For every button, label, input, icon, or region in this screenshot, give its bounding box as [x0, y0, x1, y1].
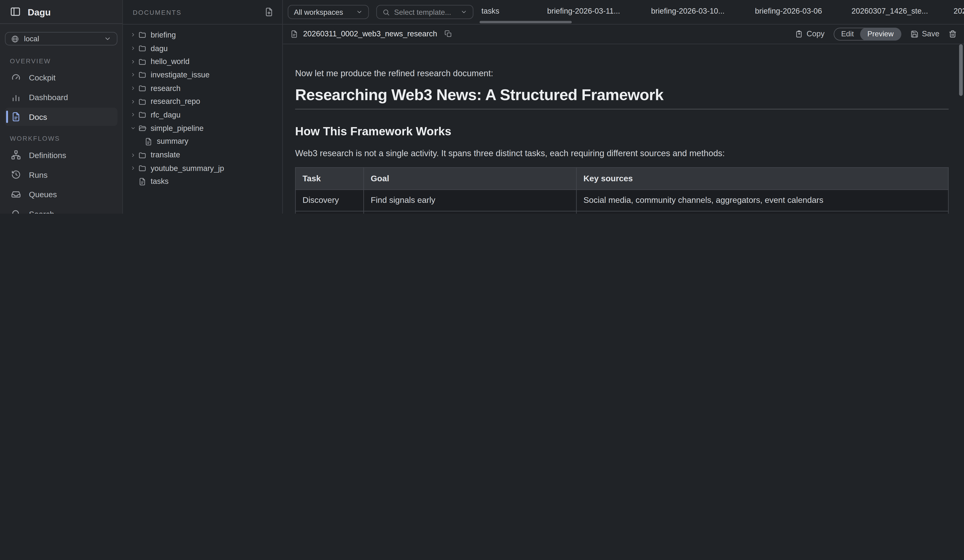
inbox-icon	[11, 189, 21, 199]
tree-item-tasks[interactable]: tasks	[123, 175, 282, 188]
toolbar-actions: Copy Edit Preview Save	[795, 28, 957, 40]
trash-icon[interactable]	[949, 30, 957, 38]
sidebar-item-runs[interactable]: Runs	[5, 165, 117, 184]
sidebar-item-dashboard[interactable]: Dashboard	[5, 88, 117, 106]
tree-item-translate[interactable]: translate	[123, 148, 282, 161]
folder-open-icon	[138, 124, 147, 132]
folder-icon	[138, 44, 147, 52]
copy-icon[interactable]	[445, 30, 452, 37]
chevron-down-icon	[104, 35, 111, 42]
tree-item-research[interactable]: research	[123, 81, 282, 95]
tree-item-label: summary	[157, 137, 188, 146]
folder-icon	[138, 71, 147, 79]
chevron-right-icon	[130, 59, 136, 65]
document-h1: Researching Web3 News: A Structured Fram…	[295, 86, 949, 104]
document-tree: briefing dagu hello_world investigate_is…	[123, 24, 282, 188]
sidebar-header: Dagu	[0, 0, 122, 24]
save-icon	[910, 30, 918, 38]
chevron-right-icon	[130, 86, 136, 91]
tree-item-rfc-dagu[interactable]: rfc_dagu	[123, 108, 282, 122]
sidebar-item-label: Queues	[29, 190, 57, 199]
tab-briefing-2026-03-06[interactable]: briefing-2026-03-06	[755, 0, 822, 22]
sidebar-item-cockpit[interactable]: Cockpit	[5, 68, 117, 87]
tab-briefing-2026-03-10[interactable]: briefing-2026-03-10...	[651, 0, 725, 22]
tab-clipped[interactable]: 202	[953, 0, 964, 22]
workspace-select-value: local	[24, 34, 39, 43]
workspace-filter-select[interactable]: All workspaces	[288, 5, 369, 19]
table-row: Discovery Find signals early Social medi…	[295, 189, 948, 211]
sidebar: Dagu local OVERVIEW Cockpit Dashboard Do…	[0, 0, 123, 214]
table-cell: Find signals early	[363, 189, 576, 211]
tree-item-label: dagu	[151, 44, 168, 52]
main-area: All workspaces Select template... tasks …	[283, 0, 964, 214]
section-label-workflows: WORKFLOWS	[0, 135, 122, 142]
search-icon	[11, 209, 21, 214]
sidebar-item-search[interactable]: Search	[5, 205, 117, 214]
workspace-select[interactable]: local	[5, 32, 117, 46]
template-select-placeholder: Select template...	[394, 8, 451, 16]
tree-item-label: research	[151, 84, 181, 93]
tab-tasks[interactable]: tasks	[481, 0, 499, 22]
table-cell: Discovery	[295, 189, 363, 211]
tree-item-youtube-summary-jp[interactable]: youtube_summary_jp	[123, 161, 282, 175]
panel-left-icon[interactable]	[10, 6, 21, 17]
tab-briefing-2026-03-11[interactable]: briefing-2026-03-11...	[547, 0, 620, 22]
tab-label: briefing-2026-03-06	[755, 7, 822, 15]
edit-toggle-button[interactable]: Edit	[834, 29, 861, 38]
folder-icon	[138, 151, 147, 159]
sidebar-item-label: Definitions	[29, 150, 66, 160]
tree-item-dagu[interactable]: dagu	[123, 42, 282, 55]
tasks-table: Task Goal Key sources Discovery Find sig…	[295, 167, 949, 214]
document-title: 20260311_0002_web3_news_research	[303, 29, 437, 38]
table-header-cell: Goal	[363, 168, 576, 189]
tree-item-label: research_repo	[151, 97, 200, 106]
tree-item-hello-world[interactable]: hello_world	[123, 55, 282, 68]
folder-icon	[138, 31, 147, 39]
section1-heading: How This Framework Works	[295, 125, 949, 138]
table-cell: Primary sources, on-chain data, official…	[576, 211, 948, 214]
tab-label: 202	[953, 7, 964, 15]
file-plus-icon[interactable]	[264, 7, 274, 16]
globe-icon	[11, 35, 19, 43]
table-cell: Social media, community channels, aggreg…	[576, 189, 948, 211]
tree-item-simple-pipeline[interactable]: simple_pipeline	[123, 122, 282, 135]
document-preview: Now let me produce the refined research …	[283, 44, 964, 214]
tab-label: tasks	[481, 7, 499, 15]
tree-item-briefing[interactable]: briefing	[123, 28, 282, 42]
tree-item-summary[interactable]: summary	[123, 135, 282, 148]
gauge-icon	[11, 72, 21, 82]
tree-item-label: briefing	[151, 31, 176, 39]
workspace-filter-value: All workspaces	[294, 8, 343, 16]
folder-icon	[138, 111, 147, 119]
file-text-icon	[138, 177, 147, 186]
tree-item-investigate-issue[interactable]: investigate_issue	[123, 68, 282, 81]
sidebar-item-docs[interactable]: Docs	[5, 107, 117, 126]
chevron-right-icon	[130, 99, 136, 104]
tab-20260307-1426[interactable]: 20260307_1426_ste...	[852, 0, 928, 22]
app-title: Dagu	[28, 7, 50, 17]
sidebar-item-label: Runs	[29, 170, 47, 179]
save-button[interactable]: Save	[910, 29, 940, 38]
sidebar-item-label: Cockpit	[29, 73, 55, 82]
tabs-horizontal-scrollbar[interactable]	[480, 21, 572, 23]
folder-icon	[138, 84, 147, 92]
sidebar-item-label: Dashboard	[29, 93, 68, 101]
sidebar-item-definitions[interactable]: Definitions	[5, 146, 117, 164]
section-label-overview: OVERVIEW	[0, 57, 122, 65]
vertical-scrollbar[interactable]	[959, 44, 963, 96]
chevron-right-icon	[130, 166, 136, 171]
folder-icon	[138, 98, 147, 106]
copy-button[interactable]: Copy	[795, 29, 824, 38]
tree-item-research-repo[interactable]: research_repo	[123, 95, 282, 108]
sidebar-item-queues[interactable]: Queues	[5, 185, 117, 203]
table-cell: Confirm claims against evidence	[363, 211, 576, 214]
chevron-right-icon	[130, 112, 136, 118]
template-select[interactable]: Select template...	[376, 5, 473, 19]
document-toolbar: 20260311_0002_web3_news_research Copy Ed…	[283, 24, 964, 44]
chevron-right-icon	[130, 152, 136, 158]
preview-toggle-button[interactable]: Preview	[860, 28, 901, 40]
bar-chart-icon	[11, 92, 21, 102]
chevron-down-icon	[356, 9, 363, 15]
edit-preview-toggle: Edit Preview	[834, 28, 901, 40]
documents-panel-title: DOCUMENTS	[133, 8, 182, 15]
